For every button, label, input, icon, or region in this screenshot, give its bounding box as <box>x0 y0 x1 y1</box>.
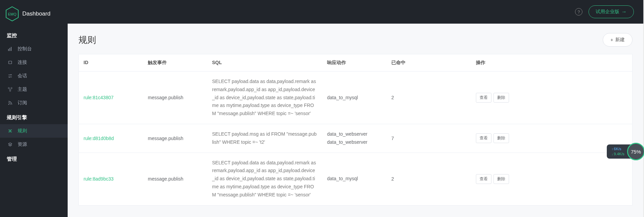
help-icon[interactable]: ? <box>575 8 582 16</box>
new-button-label: 新建 <box>615 37 625 43</box>
main-content: 规则 + 新建 ID 触发事件 SQL 响应动作 已命中 操作 rule:81c… <box>68 24 644 217</box>
svg-rect-5 <box>9 61 12 64</box>
rule-id-link[interactable]: rule:d81d0b8d <box>84 136 114 141</box>
sidebar-item-label: 控制台 <box>18 46 32 52</box>
sidebar: EMQ Dashboard 监控控制台连接会话主题订阅规则引擎规则资源管理 <box>0 0 68 217</box>
arrow-down-icon: ↓ <box>612 153 613 156</box>
trigger-event: message.publish <box>143 72 207 124</box>
sidebar-item-label: 规则 <box>18 128 27 134</box>
col-header-actions: 响应动作 <box>322 54 387 71</box>
col-header-ops: 操作 <box>471 54 632 71</box>
col-header-trigger: 触发事件 <box>143 54 207 71</box>
svg-text:EMQ: EMQ <box>8 12 17 16</box>
plus-icon: + <box>611 37 613 43</box>
bars-icon <box>7 46 13 52</box>
col-header-sql: SQL <box>207 54 322 71</box>
rules-table: ID 触发事件 SQL 响应动作 已命中 操作 rule:81c43807mes… <box>78 54 632 206</box>
rule-id-link[interactable]: rule:8ad9bc33 <box>84 176 114 182</box>
svg-rect-4 <box>11 47 12 51</box>
table-row: rule:8ad9bc33message.publishSELECT paylo… <box>79 153 632 205</box>
sidebar-item-主题[interactable]: 主题 <box>0 83 68 96</box>
svg-point-12 <box>9 90 11 91</box>
chip-icon <box>7 60 13 65</box>
sql-text: SELECT payload.data as data,payload.rema… <box>212 159 318 199</box>
response-actions: data_to_mysql <box>327 175 358 183</box>
delete-button[interactable]: 删除 <box>493 174 509 184</box>
sidebar-item-订阅[interactable]: 订阅 <box>0 96 68 110</box>
arrow-up-icon: ↑ <box>612 147 613 151</box>
topbar: ? 试用企业版 → <box>68 0 644 24</box>
swap-icon <box>7 73 13 79</box>
matched-count: 7 <box>387 124 471 153</box>
sidebar-item-资源[interactable]: 资源 <box>0 138 68 151</box>
sidebar-section-title: 监控 <box>0 28 68 42</box>
col-header-matched: 已命中 <box>387 54 471 71</box>
node-icon <box>7 87 13 92</box>
table-header-row: ID 触发事件 SQL 响应动作 已命中 操作 <box>79 54 632 72</box>
sidebar-item-label: 订阅 <box>18 100 27 106</box>
page-header: 规则 + 新建 <box>68 24 643 54</box>
matched-count: 2 <box>387 153 471 205</box>
download-rate: ↓9.4K/s <box>612 152 624 157</box>
matched-count: 2 <box>387 72 471 124</box>
sidebar-item-会话[interactable]: 会话 <box>0 69 68 83</box>
upload-rate: ↑6K/s <box>612 146 624 152</box>
rule-id-link[interactable]: rule:81c43807 <box>84 95 114 100</box>
delete-button[interactable]: 删除 <box>493 133 509 143</box>
svg-rect-2 <box>8 49 9 51</box>
sidebar-item-控制台[interactable]: 控制台 <box>0 42 68 56</box>
layers-icon <box>7 142 13 147</box>
rss-icon <box>7 100 13 106</box>
trigger-event: message.publish <box>143 153 207 205</box>
sidebar-item-label: 主题 <box>18 86 27 92</box>
svg-point-13 <box>8 104 9 105</box>
performance-gauge: 75% <box>627 143 644 160</box>
performance-widget[interactable]: ↑6K/s ↓9.4K/s 75% <box>607 143 644 160</box>
view-button[interactable]: 查看 <box>476 133 491 143</box>
arrow-right-icon: → <box>621 9 627 15</box>
table-row: rule:81c43807message.publishSELECT paylo… <box>79 72 632 124</box>
view-button[interactable]: 查看 <box>476 174 491 184</box>
sidebar-item-label: 会话 <box>18 73 27 79</box>
sidebar-section-title: 管理 <box>0 151 68 166</box>
sidebar-item-连接[interactable]: 连接 <box>0 56 68 69</box>
sidebar-item-label: 连接 <box>18 59 27 65</box>
sql-text: SELECT payload.data as data,payload.rema… <box>212 78 318 118</box>
sidebar-section-title: 规则引擎 <box>0 110 68 124</box>
trial-enterprise-button[interactable]: 试用企业版 → <box>589 5 634 18</box>
sidebar-item-规则[interactable]: 规则 <box>0 124 68 138</box>
sql-text: SELECT payload.msg as id FROM "message.p… <box>212 130 318 146</box>
col-header-id: ID <box>79 54 143 71</box>
response-actions: data_to_webserverdata_to_webserver <box>327 130 367 146</box>
table-row: rule:d81d0b8dmessage.publishSELECT paylo… <box>79 124 632 153</box>
sidebar-item-label: 资源 <box>18 141 27 147</box>
response-actions: data_to_mysql <box>327 94 358 102</box>
view-button[interactable]: 查看 <box>476 93 491 103</box>
sidebar-header: EMQ Dashboard <box>0 0 68 28</box>
trial-button-label: 试用企业版 <box>596 9 619 15</box>
page-title: 规则 <box>78 34 96 46</box>
shuffle-icon <box>7 128 13 134</box>
new-rule-button[interactable]: + 新建 <box>603 33 632 47</box>
trigger-event: message.publish <box>143 124 207 153</box>
svg-rect-3 <box>9 48 10 51</box>
delete-button[interactable]: 删除 <box>493 93 509 103</box>
logo-icon: EMQ <box>5 6 19 22</box>
dashboard-label: Dashboard <box>22 10 50 17</box>
